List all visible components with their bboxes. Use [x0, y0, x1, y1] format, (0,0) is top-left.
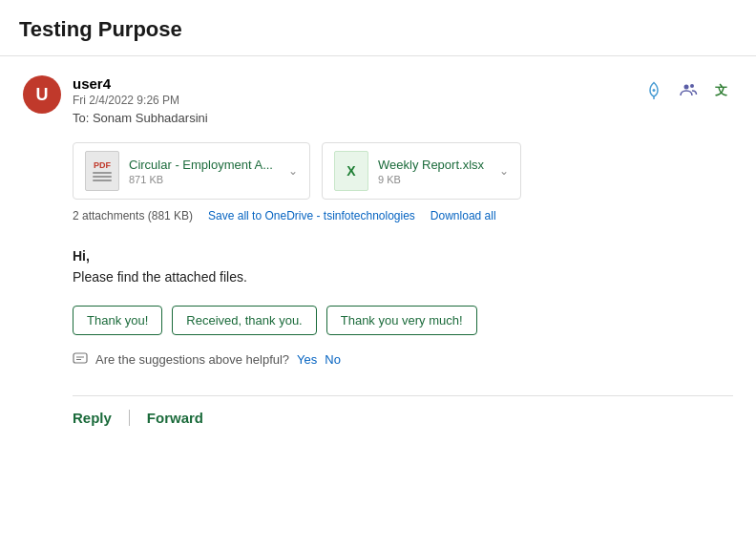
attachment-pdf-name: Circular - Employment A... — [129, 158, 273, 172]
helpful-no[interactable]: No — [325, 352, 341, 367]
email-meta-row: U user4 Fri 2/4/2022 9:26 PM To: Sonam S… — [23, 75, 733, 125]
chevron-down-icon[interactable]: ⌄ — [499, 164, 509, 178]
xlsx-icon: X — [334, 151, 368, 191]
svg-point-0 — [653, 89, 656, 92]
attachment-pdf[interactable]: PDF Circular - Employment A... 871 KB ⌄ — [73, 142, 310, 200]
sender-date: Fri 2/4/2022 9:26 PM — [73, 94, 208, 107]
avatar: U — [23, 75, 61, 114]
suggestions-row: Thank you! Received, thank you. Thank yo… — [73, 306, 733, 335]
suggestions-icon — [73, 350, 88, 369]
chevron-down-icon[interactable]: ⌄ — [288, 164, 298, 178]
email-body: Hi, Please find the attached files. — [73, 245, 733, 288]
attachment-xlsx-name: Weekly Report.xlsx — [378, 158, 484, 172]
inking-icon[interactable] — [643, 79, 664, 105]
attachments-count: 2 attachments (881 KB) — [73, 209, 193, 222]
email-line1: Please find the attached files. — [73, 266, 733, 287]
action-row: Reply Forward — [73, 395, 733, 426]
sender-to: To: Sonam Subhadarsini — [73, 111, 208, 125]
suggestion-btn-0[interactable]: Thank you! — [73, 306, 162, 335]
suggestion-btn-1[interactable]: Received, thank you. — [172, 306, 316, 335]
helpful-yes[interactable]: Yes — [297, 352, 317, 367]
attachments-meta: 2 attachments (881 KB) Save all to OneDr… — [73, 209, 733, 222]
helpful-row: Are the suggestions above helpful? Yes N… — [73, 350, 733, 369]
email-left: U user4 Fri 2/4/2022 9:26 PM To: Sonam S… — [23, 75, 208, 125]
attachment-pdf-size: 871 KB — [129, 174, 273, 185]
email-header: Testing Purpose — [0, 0, 756, 56]
pdf-icon: PDF — [85, 151, 119, 191]
attachment-xlsx[interactable]: X Weekly Report.xlsx 9 KB ⌄ — [322, 142, 521, 200]
email-container: U user4 Fri 2/4/2022 9:26 PM To: Sonam S… — [0, 56, 756, 445]
svg-point-2 — [690, 84, 694, 88]
suggestion-btn-2[interactable]: Thank you very much! — [326, 306, 477, 335]
forward-button[interactable]: Forward — [130, 410, 203, 426]
svg-point-1 — [684, 85, 689, 90]
sender-info: user4 Fri 2/4/2022 9:26 PM To: Sonam Sub… — [73, 75, 208, 125]
save-all-link[interactable]: Save all to OneDrive - tsinfotechnologie… — [208, 209, 415, 222]
reply-button[interactable]: Reply — [73, 410, 130, 426]
teams-icon[interactable] — [678, 79, 699, 105]
page-title: Testing Purpose — [19, 17, 737, 42]
email-action-icons: 文 — [643, 75, 733, 105]
svg-text:文: 文 — [715, 83, 727, 97]
email-greeting: Hi, — [73, 245, 733, 266]
attachment-pdf-info: Circular - Employment A... 871 KB — [129, 158, 273, 185]
download-all-link[interactable]: Download all — [430, 209, 496, 222]
sender-name: user4 — [73, 75, 208, 92]
translate-icon[interactable]: 文 — [712, 79, 733, 105]
attachments-row: PDF Circular - Employment A... 871 KB ⌄ … — [73, 142, 733, 200]
attachment-xlsx-size: 9 KB — [378, 174, 484, 185]
helpful-question: Are the suggestions above helpful? — [95, 352, 289, 367]
svg-rect-4 — [74, 353, 87, 363]
attachment-xlsx-info: Weekly Report.xlsx 9 KB — [378, 158, 484, 185]
